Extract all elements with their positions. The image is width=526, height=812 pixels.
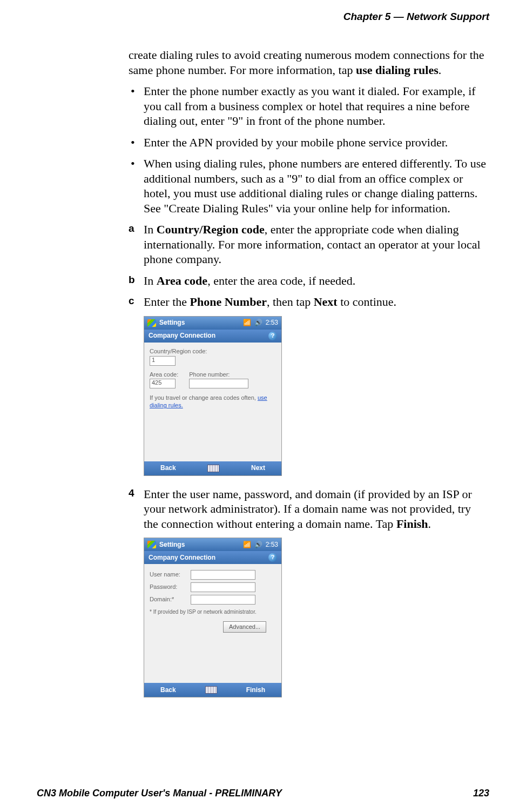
ss1-status-icons: 📶 🔊 2:53 [243, 319, 278, 327]
windows-flag-icon [147, 319, 156, 327]
ss2-subbar: Company Connection ? [144, 551, 281, 564]
step-c-mid: , then tap [267, 295, 314, 308]
ss2-domain-input[interactable] [191, 595, 255, 605]
step-4-post: . [428, 517, 431, 531]
footer-left: CN3 Mobile Computer User's Manual - PREL… [37, 788, 282, 799]
step-b: b In Area code, enter the area code, if … [129, 273, 488, 288]
step-4-bold: Finish [396, 517, 428, 531]
step-a-bold: Country/Region code [157, 223, 265, 236]
step-4: 4 Enter the user name, password, and dom… [129, 487, 488, 532]
bullet-item: Enter the phone number exactly as you wa… [129, 84, 488, 129]
ss2-user-input[interactable] [191, 570, 255, 580]
ss2-pass-label: Password: [150, 583, 191, 591]
ss2-titlebar: Settings 📶 🔊 2:53 [144, 538, 281, 551]
intro-text-2: . [439, 63, 442, 77]
ss2-status-icons: 📶 🔊 2:53 [243, 541, 278, 549]
signal-icon: 📶 [243, 319, 251, 327]
ss1-country-input[interactable]: 1 [150, 356, 176, 366]
footer-right: 123 [473, 788, 489, 799]
intro-paragraph: create dialing rules to avoid creating n… [129, 48, 488, 77]
ss2-advanced-button[interactable]: Advanced... [223, 621, 266, 633]
step-c-bold1: Phone Number [190, 295, 267, 308]
screenshot-2: Settings 📶 🔊 2:53 Company Connection ? U… [144, 538, 282, 697]
help-icon[interactable]: ? [268, 553, 277, 562]
step-b-label: b [129, 273, 135, 286]
step-a: a In Country/Region code, enter the appr… [129, 222, 488, 267]
step-4-label: 4 [129, 487, 134, 500]
keyboard-icon[interactable] [207, 465, 219, 472]
ss2-finish-button[interactable]: Finish [246, 686, 265, 694]
step-b-post: , enter the area code, if needed. [207, 274, 355, 287]
keyboard-icon[interactable] [205, 686, 217, 694]
ss2-conn: Company Connection [149, 554, 215, 562]
ss1-bottombar: Back Next [144, 461, 281, 475]
bullet-item: When using dialing rules, phone numbers … [129, 156, 488, 216]
ss2-body: User name: Password: Domain:* * If provi… [144, 564, 281, 683]
step-c-post: to continue. [338, 295, 396, 308]
step-a-label: a [129, 222, 134, 235]
step-c-bold2: Next [314, 295, 338, 308]
ss1-next-button[interactable]: Next [251, 464, 265, 472]
ss2-time: 2:53 [266, 541, 278, 549]
ss1-area-label: Area code: [150, 371, 178, 379]
bullet-list: Enter the phone number exactly as you wa… [129, 84, 488, 216]
ss2-user-label: User name: [150, 571, 191, 579]
intro-bold: use dialing rules [356, 63, 439, 77]
bullet-item: Enter the APN provided by your mobile ph… [129, 135, 488, 150]
windows-flag-icon [147, 541, 156, 548]
ss1-note-pre: If you travel or change area codes often… [150, 394, 258, 401]
step-b-pre: In [144, 274, 157, 287]
step-c-pre: Enter the [144, 295, 190, 308]
ss1-note: If you travel or change area codes often… [150, 394, 276, 410]
ss1-subbar: Company Connection ? [144, 330, 281, 343]
ss1-area-input[interactable]: 425 [150, 379, 176, 388]
ss2-domain-label: Domain:* [150, 596, 191, 603]
ss1-back-button[interactable]: Back [160, 464, 176, 472]
ss1-phone-label: Phone number: [189, 371, 248, 379]
signal-icon: 📶 [243, 541, 251, 549]
ss1-body: Country/Region code: 1 Area code: 425 Ph… [144, 343, 281, 461]
ss2-pass-input[interactable] [191, 582, 255, 592]
ss1-phone-input[interactable] [189, 379, 248, 388]
ss2-back-button[interactable]: Back [160, 686, 176, 694]
step-c: c Enter the Phone Number, then tap Next … [129, 294, 488, 310]
ss1-title: Settings [159, 319, 243, 327]
ss1-conn: Company Connection [149, 332, 215, 340]
ss2-title: Settings [159, 541, 243, 549]
ss2-footnote: * If provided by ISP or network administ… [150, 609, 276, 616]
ss1-titlebar: Settings 📶 🔊 2:53 [144, 317, 281, 330]
screenshot-1: Settings 📶 🔊 2:53 Company Connection ? C… [144, 316, 282, 476]
help-icon[interactable]: ? [268, 332, 277, 340]
page-header: Chapter 5 — Network Support [343, 11, 489, 23]
volume-icon: 🔊 [254, 319, 262, 327]
volume-icon: 🔊 [254, 541, 262, 549]
ss2-bottombar: Back Finish [144, 683, 281, 697]
step-a-pre: In [144, 223, 157, 236]
main-content: create dialing rules to avoid creating n… [129, 48, 488, 708]
step-c-label: c [129, 294, 134, 307]
step-b-bold: Area code [157, 274, 207, 287]
ss1-time: 2:53 [266, 319, 278, 327]
ss1-country-label: Country/Region code: [150, 348, 276, 355]
